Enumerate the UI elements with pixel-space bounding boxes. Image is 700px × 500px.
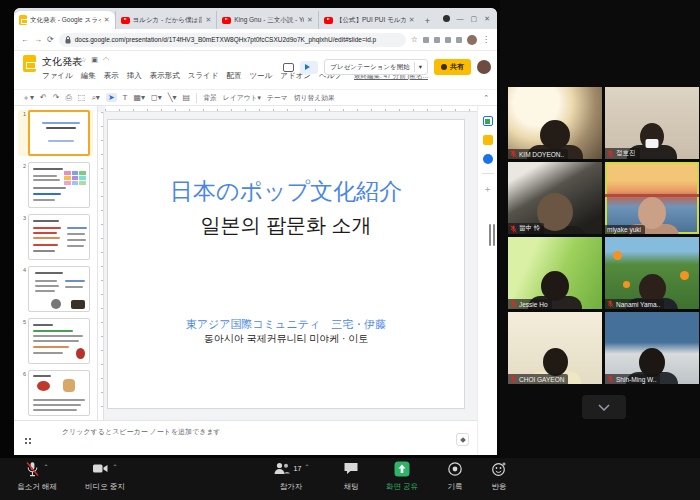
participant-tile[interactable]: miyake yuki: [605, 162, 699, 234]
tab-youtube-molcar[interactable]: 【公式】PUI PUI モルカー 第1話... ✕: [318, 11, 420, 29]
tab-close-icon[interactable]: ✕: [205, 16, 211, 24]
extension-icon[interactable]: [456, 37, 462, 43]
tab-google-slides[interactable]: 文化発表 - Google スライド ✕: [14, 11, 115, 29]
menu-insert[interactable]: 挿入: [127, 71, 142, 81]
transition-button[interactable]: 切り替え効果: [294, 93, 335, 103]
slide-title-japanese[interactable]: 日本のポップ文化紹介: [108, 176, 464, 207]
menu-arrange[interactable]: 配置: [226, 71, 241, 81]
explore-icon[interactable]: [456, 433, 469, 446]
layout-button[interactable]: レイアウト▾: [223, 93, 261, 103]
participant-tile[interactable]: Jessie Ho: [508, 237, 602, 309]
video-panel-drag-handle[interactable]: [489, 224, 495, 246]
background-button[interactable]: 背景: [203, 93, 217, 103]
maximize-icon[interactable]: ▢: [471, 15, 478, 23]
menu-file[interactable]: ファイル: [42, 71, 73, 81]
participants-button[interactable]: 17 ⌃ 참가자: [256, 461, 326, 492]
insert-line-icon[interactable]: ╲▾: [168, 93, 177, 102]
participant-tile[interactable]: Nanami Yama..: [605, 237, 699, 309]
tab-youtube-yorushika[interactable]: ヨルシカ - だから僕は音楽を辞めた... ✕: [115, 11, 217, 29]
calendar-icon[interactable]: [483, 116, 493, 126]
menu-slide[interactable]: スライド: [188, 71, 219, 81]
current-slide[interactable]: 日本のポップ文化紹介 일본의 팝문화 소개 東アジア国際コミュニティ 三宅・伊藤…: [108, 120, 464, 408]
menu-tools[interactable]: ツール: [249, 71, 272, 81]
address-bar[interactable]: docs.google.com/presentation/d/1T4fHV3_B…: [59, 33, 406, 47]
menu-view[interactable]: 表示: [104, 71, 119, 81]
back-icon[interactable]: ←: [21, 35, 29, 44]
paint-format-icon[interactable]: ⬚: [78, 93, 86, 102]
participant-tile[interactable]: Shih-Ming W..: [605, 312, 699, 384]
menu-format[interactable]: 表示形式: [150, 71, 180, 81]
slide-title-korean[interactable]: 일본의 팝문화 소개: [108, 212, 464, 239]
participant-tile[interactable]: 정호진: [605, 87, 699, 159]
chat-button[interactable]: 채팅: [330, 461, 372, 492]
grid-view-icon[interactable]: [24, 437, 32, 445]
move-folder-icon[interactable]: ▣: [91, 56, 98, 64]
textbox-icon[interactable]: T: [123, 93, 128, 102]
tasks-icon[interactable]: [483, 154, 493, 164]
browser-profile-avatar[interactable]: [467, 35, 477, 45]
unmute-button[interactable]: ⌃ 음소거 해제: [6, 461, 68, 492]
mic-options-chevron[interactable]: ⌃: [43, 463, 48, 470]
menu-edit[interactable]: 編集: [81, 71, 96, 81]
keep-icon[interactable]: [483, 135, 493, 145]
extension-icon[interactable]: [423, 37, 429, 43]
slide-thumbnail-1[interactable]: 1: [18, 110, 93, 156]
participant-tile[interactable]: KIM DOYEON..: [508, 87, 602, 159]
tab-close-icon[interactable]: ✕: [409, 16, 415, 24]
slide-thumbnail-5[interactable]: 5: [18, 318, 93, 364]
tab-close-icon[interactable]: ✕: [307, 16, 313, 24]
new-slide-icon[interactable]: ＋▾: [22, 92, 34, 103]
profile-dot-icon[interactable]: [443, 15, 450, 22]
tab-close-icon[interactable]: ✕: [104, 16, 110, 24]
extension-icon[interactable]: [445, 37, 451, 43]
minimize-icon[interactable]: —: [457, 15, 464, 22]
bookmark-star-icon[interactable]: ☆: [411, 35, 418, 44]
present-button[interactable]: プレゼンテーションを開始 ▾: [324, 59, 428, 75]
more-participants-button[interactable]: [582, 395, 626, 419]
browser-menu-icon[interactable]: ⋮: [482, 35, 490, 44]
slideshow-icon[interactable]: [300, 61, 318, 74]
divider: [414, 62, 415, 72]
document-title[interactable]: 文化発表: [42, 55, 82, 69]
add-addon-icon[interactable]: ＋: [483, 183, 492, 196]
reload-icon[interactable]: ⟳: [47, 35, 54, 44]
slide-subtitle-korean[interactable]: 동아시아 국제커뮤니티 미야케 · 이토: [108, 332, 464, 346]
insert-comment-icon[interactable]: ▤: [183, 93, 191, 102]
share-button[interactable]: 共有: [434, 59, 471, 75]
participant-tile[interactable]: 畠中 怜: [508, 162, 602, 234]
stop-video-button[interactable]: ⌃ 비디오 중지: [72, 461, 138, 492]
print-icon[interactable]: ⎙: [65, 93, 71, 103]
star-icon[interactable]: ☆: [80, 56, 86, 64]
speaker-notes-bar[interactable]: クリックするとスピーカー ノートを追加できます: [14, 420, 477, 455]
close-icon[interactable]: ✕: [484, 15, 490, 23]
slide-thumbnail-6[interactable]: 6: [18, 370, 93, 416]
reactions-button[interactable]: 반응: [478, 461, 520, 492]
video-options-chevron[interactable]: ⌃: [112, 463, 117, 470]
forward-icon[interactable]: →: [34, 35, 42, 44]
share-screen-button[interactable]: 화면 공유: [374, 461, 430, 492]
present-label: プレゼンテーションを開始: [330, 63, 409, 72]
slide-thumbnail-3[interactable]: 3: [18, 214, 93, 260]
participants-options-chevron[interactable]: ⌃: [304, 463, 309, 470]
undo-icon[interactable]: ↶: [40, 93, 47, 102]
speaker-notes-placeholder[interactable]: クリックするとスピーカー ノートを追加できます: [62, 427, 221, 437]
record-button[interactable]: 기록: [434, 461, 476, 492]
google-slides-logo[interactable]: [23, 55, 36, 72]
select-cursor-icon[interactable]: ➤: [106, 93, 117, 102]
slide-thumbnail-2[interactable]: 2: [18, 162, 93, 208]
extension-icon[interactable]: [434, 37, 440, 43]
slide-subtitle-japanese[interactable]: 東アジア国際コミュニティ 三宅・伊藤: [108, 317, 464, 332]
tab-youtube-kinggnu[interactable]: King Gnu - 三文小説 - YouTube ✕: [216, 11, 318, 29]
collapse-toolbar-icon[interactable]: ⌃: [483, 94, 489, 102]
participant-tile[interactable]: CHOI GAYEON: [508, 312, 602, 384]
theme-button[interactable]: テーマ: [267, 93, 288, 103]
account-avatar[interactable]: [477, 60, 491, 74]
redo-icon[interactable]: ↷: [53, 93, 60, 102]
comment-history-icon[interactable]: [283, 63, 294, 72]
zoom-icon[interactable]: ⌕▾: [91, 93, 100, 103]
insert-image-icon[interactable]: ▦▾: [133, 93, 145, 102]
insert-shape-icon[interactable]: ◻▾: [151, 93, 162, 102]
chevron-down-icon[interactable]: ▾: [419, 63, 422, 71]
slide-thumbnail-4[interactable]: 4: [18, 266, 93, 312]
new-tab-button[interactable]: +: [420, 13, 436, 29]
